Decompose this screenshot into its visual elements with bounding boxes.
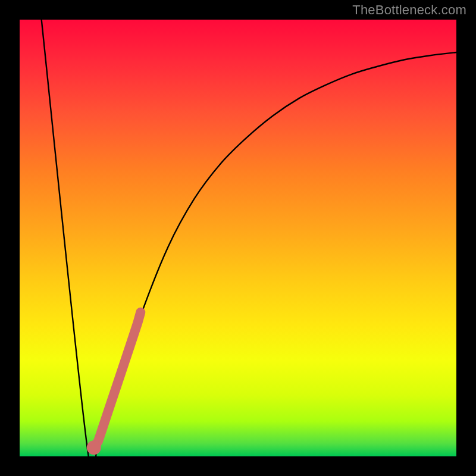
plot-area <box>20 20 456 456</box>
main-curve <box>42 20 456 476</box>
highlight-segment <box>94 312 141 448</box>
watermark-text: TheBottleneck.com <box>352 2 466 18</box>
highlight-start-dot <box>87 440 101 455</box>
chart-frame: TheBottleneck.com <box>0 0 476 476</box>
chart-svg <box>20 20 456 456</box>
